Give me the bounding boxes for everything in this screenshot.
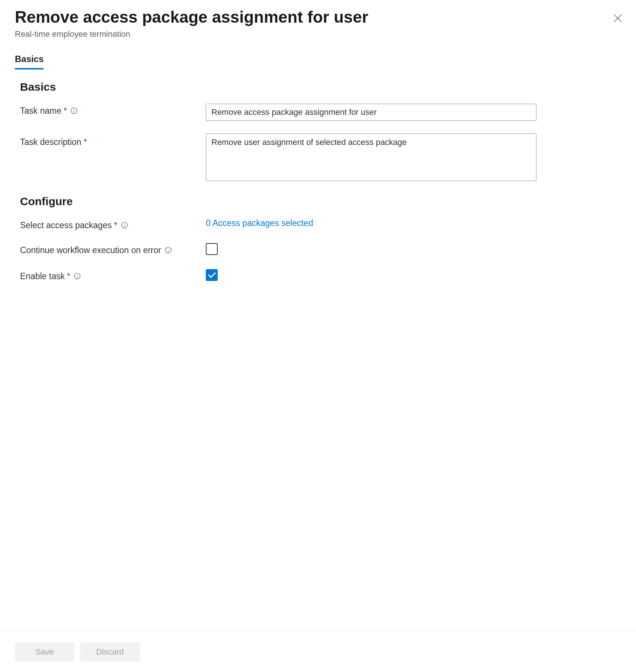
info-icon[interactable] [71, 107, 77, 114]
task-description-input[interactable]: Remove user assignment of selected acces… [206, 133, 536, 181]
page-title: Remove access package assignment for use… [15, 7, 368, 27]
svg-point-7 [124, 224, 124, 224]
required-indicator: * [67, 271, 70, 281]
info-icon[interactable] [121, 222, 128, 229]
label-task-name: Task name [20, 106, 61, 116]
tab-basics[interactable]: Basics [15, 54, 43, 70]
discard-button[interactable]: Discard [80, 642, 140, 662]
section-heading-configure: Configure [20, 195, 621, 208]
section-heading-basics: Basics [20, 81, 621, 93]
save-button[interactable]: Save [15, 642, 74, 662]
label-select-access-packages: Select access packages [20, 220, 112, 230]
svg-point-10 [168, 249, 168, 249]
task-name-input[interactable] [206, 104, 536, 121]
page-subtitle: Real-time employee termination [15, 29, 368, 39]
info-icon[interactable] [165, 247, 172, 253]
label-enable-task: Enable task [20, 271, 65, 281]
svg-point-13 [77, 275, 77, 275]
required-indicator: * [84, 137, 87, 147]
label-continue-on-error: Continue workflow execution on error [20, 245, 161, 255]
access-packages-link[interactable]: 0 Access packages selected [206, 218, 313, 228]
required-indicator: * [114, 220, 117, 230]
tabs: Basics [15, 54, 621, 70]
info-icon[interactable] [74, 273, 81, 280]
required-indicator: * [64, 106, 67, 116]
close-icon [614, 18, 622, 23]
close-button[interactable] [611, 11, 625, 26]
svg-point-4 [74, 109, 74, 110]
footer: Save Discard [0, 631, 636, 672]
enable-task-checkbox[interactable] [206, 269, 218, 281]
label-task-description: Task description [20, 137, 81, 147]
continue-on-error-checkbox[interactable] [206, 243, 218, 255]
